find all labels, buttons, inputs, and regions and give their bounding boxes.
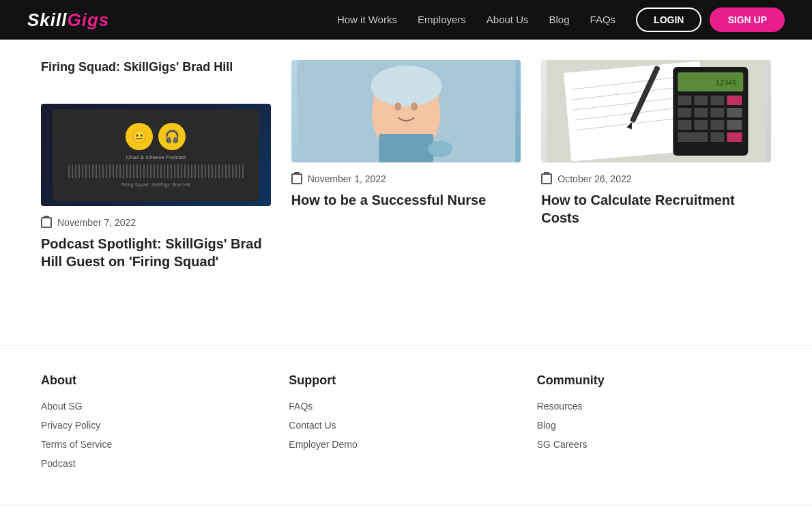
svg-rect-30 bbox=[678, 132, 708, 142]
article-1-image[interactable]: 😐 🎧 Chad & Cheese Podcast Firing Squad: … bbox=[41, 104, 271, 206]
svg-rect-25 bbox=[727, 108, 742, 117]
article-1-date: November 7, 2022 bbox=[57, 217, 136, 228]
svg-rect-20 bbox=[711, 96, 725, 105]
footer-col-community: Community Resources Blog SG Careers bbox=[537, 373, 771, 476]
svg-rect-26 bbox=[678, 120, 692, 130]
nav-how-it-works[interactable]: How it Works bbox=[337, 14, 397, 25]
calendar-icon-2 bbox=[291, 173, 302, 184]
footer-about-links: About SG Privacy Policy Terms of Service… bbox=[41, 400, 275, 470]
svg-rect-21 bbox=[727, 96, 742, 105]
list-item: FAQs bbox=[289, 400, 523, 412]
articles-grid: Firing Squad: SkillGigs' Brad Hill 😐 🎧 C… bbox=[41, 60, 771, 270]
article-1-meta: November 7, 2022 bbox=[41, 217, 271, 228]
list-item: Terms of Service bbox=[41, 438, 275, 451]
article-card-3: 12345 bbox=[541, 60, 771, 270]
podcast-face-2: 🎧 bbox=[158, 123, 186, 150]
svg-rect-27 bbox=[695, 120, 708, 130]
article-1-title[interactable]: Podcast Spotlight: SkillGigs' Brad Hill … bbox=[41, 235, 271, 270]
nav-faqs[interactable]: FAQs bbox=[590, 14, 616, 25]
article-card-2: November 1, 2022 How to be a Successful … bbox=[291, 60, 521, 270]
footer-contact-link[interactable]: Contact Us bbox=[289, 420, 336, 431]
footer-bottom: SkillGigs 2022 © SkillGigs. All Rights R… bbox=[0, 504, 812, 514]
svg-rect-4 bbox=[379, 134, 433, 162]
podcast-subtitle: Firing Squad: SkillGigs' Brad Hill bbox=[121, 182, 190, 187]
main-content: Firing Squad: SkillGigs' Brad Hill 😐 🎧 C… bbox=[0, 40, 812, 345]
list-item: Resources bbox=[537, 400, 771, 412]
footer-podcast-link[interactable]: Podcast bbox=[41, 458, 76, 469]
article-1-top-title: Firing Squad: SkillGigs' Brad Hill bbox=[41, 60, 271, 94]
svg-rect-23 bbox=[695, 108, 708, 117]
calendar-icon-1 bbox=[41, 217, 52, 228]
podcast-logo: 😐 🎧 bbox=[126, 123, 186, 150]
footer-columns: About About SG Privacy Policy Terms of S… bbox=[0, 345, 812, 504]
podcast-waveform bbox=[68, 165, 244, 178]
article-card-1: Firing Squad: SkillGigs' Brad Hill 😐 🎧 C… bbox=[41, 60, 271, 270]
login-button[interactable]: LOGIN bbox=[636, 8, 701, 32]
footer-employer-demo-link[interactable]: Employer Demo bbox=[289, 439, 357, 450]
footer-tos-link[interactable]: Terms of Service bbox=[41, 439, 112, 450]
logo-text: SkillGigs bbox=[27, 10, 109, 30]
footer-support-title: Support bbox=[289, 373, 523, 388]
svg-rect-32 bbox=[727, 132, 742, 142]
list-item: Employer Demo bbox=[289, 438, 523, 451]
calendar-icon-3 bbox=[541, 173, 552, 184]
footer-community-title: Community bbox=[537, 373, 771, 388]
logo[interactable]: SkillGigs bbox=[27, 10, 109, 31]
footer-privacy-link[interactable]: Privacy Policy bbox=[41, 420, 100, 431]
svg-rect-24 bbox=[711, 108, 725, 117]
signup-button[interactable]: SIGN UP bbox=[710, 8, 785, 32]
nav-blog[interactable]: Blog bbox=[549, 14, 570, 25]
article-2-meta: November 1, 2022 bbox=[291, 173, 521, 184]
svg-text:12345: 12345 bbox=[716, 78, 737, 87]
list-item: Privacy Policy bbox=[41, 419, 275, 431]
footer-community-links: Resources Blog SG Careers bbox=[537, 400, 771, 451]
article-3-date: October 26, 2022 bbox=[557, 173, 631, 184]
footer-faqs-link[interactable]: FAQs bbox=[289, 401, 313, 412]
footer-support-links: FAQs Contact Us Employer Demo bbox=[289, 400, 523, 451]
article-3-title[interactable]: How to Calculate Recruitment Costs bbox=[541, 191, 771, 227]
svg-point-6 bbox=[411, 102, 418, 111]
navbar: SkillGigs How it Works Employers About U… bbox=[0, 0, 812, 40]
svg-rect-29 bbox=[727, 120, 742, 130]
svg-point-5 bbox=[394, 102, 401, 111]
article-2-date: November 1, 2022 bbox=[308, 173, 386, 184]
list-item: SG Careers bbox=[537, 438, 771, 451]
list-item: About SG bbox=[41, 400, 275, 412]
svg-point-3 bbox=[371, 66, 441, 106]
article-3-meta: October 26, 2022 bbox=[541, 173, 771, 184]
podcast-title-label: Chad & Cheese Podcast bbox=[126, 154, 186, 160]
podcast-player: 😐 🎧 Chad & Cheese Podcast Firing Squad: … bbox=[53, 109, 259, 201]
footer-col-support: Support FAQs Contact Us Employer Demo bbox=[289, 373, 523, 476]
article-2-title[interactable]: How to be a Successful Nurse bbox=[291, 191, 521, 209]
svg-point-7 bbox=[428, 141, 452, 157]
svg-rect-19 bbox=[695, 96, 708, 105]
nurse-svg bbox=[291, 60, 521, 162]
footer-about-title: About bbox=[41, 373, 275, 388]
nav-about-us[interactable]: About Us bbox=[487, 14, 529, 25]
svg-rect-28 bbox=[711, 120, 725, 130]
footer-sg-careers-link[interactable]: SG Careers bbox=[537, 439, 588, 450]
footer-resources-link[interactable]: Resources bbox=[537, 401, 583, 412]
svg-rect-18 bbox=[678, 96, 692, 105]
svg-rect-22 bbox=[678, 108, 692, 117]
list-item: Podcast bbox=[41, 457, 275, 470]
article-3-image[interactable]: 12345 bbox=[541, 60, 771, 162]
article-2-image[interactable] bbox=[291, 60, 521, 162]
nav-links: How it Works Employers About Us Blog FAQ… bbox=[337, 14, 615, 26]
footer-blog-link[interactable]: Blog bbox=[537, 420, 556, 431]
list-item: Blog bbox=[537, 419, 771, 431]
podcast-face-1: 😐 bbox=[126, 123, 153, 150]
nav-employers[interactable]: Employers bbox=[418, 14, 466, 25]
footer-col-about: About About SG Privacy Policy Terms of S… bbox=[41, 373, 275, 476]
svg-rect-31 bbox=[711, 132, 725, 142]
list-item: Contact Us bbox=[289, 419, 523, 431]
calculator-svg: 12345 bbox=[541, 60, 771, 162]
footer-about-sg-link[interactable]: About SG bbox=[41, 401, 83, 412]
